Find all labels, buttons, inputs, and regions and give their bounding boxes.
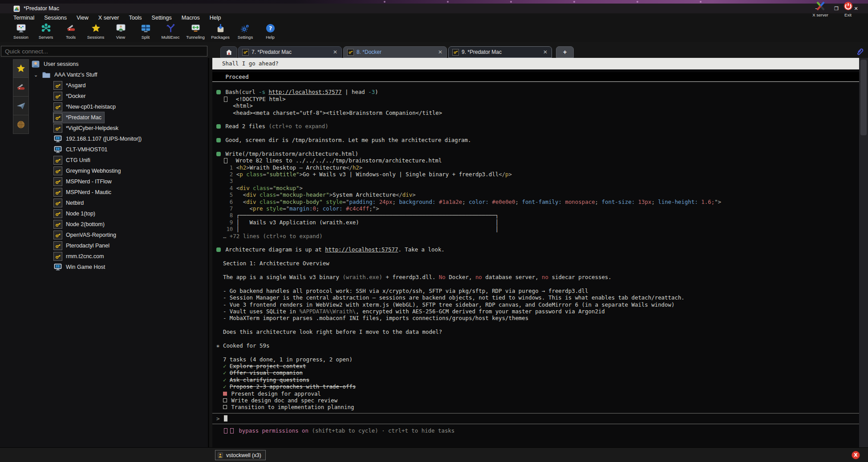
rail-swiss-knife-icon[interactable] (13, 78, 29, 97)
toolbar-multiexec-button[interactable]: MultiExec (158, 22, 183, 42)
toolbar-tunneling-button[interactable]: Tunneling (183, 22, 208, 42)
text-segment: #1a1a2e (439, 199, 462, 205)
toolbar-x-server-button[interactable]: X server (807, 0, 834, 17)
tab-close-icon[interactable]: ✕ (438, 49, 442, 55)
session-item-new-cp01-heistacp[interactable]: *New-cp01-heistacp (28, 101, 207, 112)
toolbar-packages-button[interactable]: Packages (208, 22, 233, 42)
new-tab-button[interactable]: + (556, 46, 574, 58)
menu-help[interactable]: Help (205, 13, 226, 22)
menu-x-server[interactable]: X server (93, 13, 124, 22)
session-item-ctg-unifi[interactable]: CTG Unifi (28, 155, 207, 166)
text-segment: - Vue 3 frontend renders in WebView2 wit… (216, 301, 674, 308)
text-segment: 9 (216, 219, 236, 226)
text-segment: No (439, 274, 446, 280)
text-segment: - MobaXTerm importer parses .mobaconf IN… (216, 315, 528, 321)
session-item-clt-vmhost01[interactable]: CLT-VMHOST01 (28, 144, 207, 155)
terminal-line: ✳ Cooked for 59s (212, 342, 859, 349)
session-item-predator-mac[interactable]: *Predator Mac (28, 112, 207, 123)
session-item-docker[interactable]: *Docker (28, 91, 207, 101)
toolbar-label: MultiExec (161, 35, 179, 40)
terminal-output[interactable]: Shall I go ahead? Proceed Bash(curl -s h… (212, 58, 859, 447)
paperclip-icon[interactable] (855, 47, 864, 57)
rail-paper-plane-icon[interactable] (13, 97, 29, 115)
session-item-openvas-reporting[interactable]: OpenVAS-Reporting (28, 230, 207, 240)
tab-7-predator-mac[interactable]: 7. *Predator Mac✕ (238, 46, 342, 58)
session-item-greyming-webhosting[interactable]: Greyming Webhosting (28, 166, 207, 176)
rail-globe-icon[interactable] (13, 115, 29, 134)
session-label: AAA Vantz's Stuff (54, 72, 97, 78)
notification-close-icon[interactable]: X (852, 451, 860, 459)
terminal-line: - Session Manager is the central abstrac… (212, 294, 859, 301)
tab-9-predator-mac[interactable]: 9. *Predator Mac✕ (448, 46, 552, 58)
session-item-mspnerd-itflow[interactable]: MSPNerd - ITFlow (28, 176, 207, 187)
toolbar-sessions-button[interactable]: Sessions (83, 22, 108, 42)
session-item-netbird[interactable]: Netbird (28, 198, 207, 208)
session-item-win-game-host[interactable]: Win Game Host (28, 262, 207, 272)
chevron-down-icon[interactable]: ⌄ (34, 72, 40, 78)
terminal-line: 8 ┌─────────────────────────────────────… (212, 212, 859, 219)
scrollbar-thumb[interactable] (860, 60, 867, 135)
toolbar-tools-button[interactable]: Tools (58, 22, 83, 42)
toolbar-settings-button[interactable]: Settings (233, 22, 258, 42)
session-item-192-168-1-107-ups-monitor[interactable]: 192.168.1.107 ([UPS-Monitor]) (28, 134, 207, 144)
proceed-option[interactable]: Proceed (212, 72, 859, 82)
menu-macros[interactable]: Macros (177, 13, 205, 22)
text-segment (376, 199, 379, 205)
mobaxterm-window: *Predator Mac ─❐✕ TerminalSessionsViewX … (0, 0, 868, 462)
session-item-pterodactyl-panel[interactable]: Pterodactyl Panel (28, 240, 207, 251)
tab-8-docker[interactable]: 8. *Docker✕ (343, 46, 447, 58)
session-item-aaa-vantz-s-stuff[interactable]: ⌄AAA Vantz's Stuff (28, 69, 207, 80)
folder-icon (42, 70, 51, 79)
rail-star-icon[interactable] (13, 59, 29, 78)
x-server-icon (815, 1, 826, 11)
terminal-prompt[interactable]: > (212, 413, 859, 424)
toolbar-help-button[interactable]: ?Help (258, 22, 283, 42)
session-item-node-1-top[interactable]: Node 1(top) (28, 208, 207, 219)
text-segment: 7 (216, 205, 236, 212)
menu-sessions[interactable]: Sessions (39, 13, 72, 22)
text-segment: > (300, 185, 303, 191)
menu-settings[interactable]: Settings (147, 13, 177, 22)
terminal-line: The app is a single Wails v3 binary (wra… (212, 274, 859, 280)
terminal-line: Architecture diagram is up at http://loc… (212, 246, 859, 253)
session-label: Node 2(bottom) (66, 221, 105, 227)
menu-tools[interactable]: Tools (124, 13, 146, 22)
text-segment: ; (462, 199, 469, 205)
text-segment: . Take a look. (398, 246, 444, 253)
key-icon (53, 92, 62, 101)
text-segment: , encrypted with AES-256-GCM derived fro… (356, 308, 605, 315)
toolbar-exit-button[interactable]: Exit (834, 0, 862, 17)
text-segment (216, 96, 223, 102)
toolbar-split-button[interactable]: Split (133, 22, 158, 42)
session-item-rmm-t2cnc-com[interactable]: rmm.t2cnc.com (28, 251, 207, 262)
session-item-mspnerd-mautic[interactable]: MSPNerd - Mautic (28, 187, 207, 198)
tab-close-icon[interactable]: ✕ (333, 49, 337, 55)
session-item-asgard[interactable]: *Asgard (28, 80, 207, 91)
menu-terminal[interactable]: Terminal (8, 13, 39, 22)
text-segment: (shift+tab to cycle) (312, 427, 378, 434)
session-item-user-sessions[interactable]: User sessions (28, 59, 207, 69)
session-tree: User sessions⌄AAA Vantz's Stuff*Asgard*D… (28, 59, 207, 272)
text-segment: Go + Wails v3 | Windows-only | Single bi… (303, 171, 499, 178)
multiexec-arrows-icon (166, 23, 176, 33)
toolbar-view-button[interactable]: View (108, 22, 133, 42)
session-label: *New-cp01-heistacp (66, 104, 116, 110)
terminal-line: 2 <p class="subtitle">Go + Wails v3 | Wi… (212, 171, 859, 178)
terminal-scrollbar[interactable] (859, 58, 868, 447)
tab-close-icon[interactable]: ✕ (543, 49, 548, 55)
quick-connect-input[interactable] (1, 46, 207, 57)
package-download-icon (215, 23, 226, 33)
toolbar-servers-button[interactable]: Servers (33, 22, 58, 42)
tab-home[interactable] (220, 46, 237, 58)
terminal-line (212, 280, 859, 287)
session-item-vigilcyber-helpdesk[interactable]: *VigilCyber-Helpdesk (28, 123, 207, 134)
menu-view[interactable]: View (72, 13, 93, 22)
menu-bar: TerminalSessionsViewX serverToolsSetting… (0, 13, 868, 22)
text-segment (216, 404, 223, 410)
toolbar-session-button[interactable]: Session (8, 22, 33, 42)
session-item-node-2-bottom[interactable]: Node 2(bottom) (28, 219, 207, 230)
session-user-button[interactable]: vstockwell (x3) (215, 450, 266, 460)
text-segment: > (412, 191, 415, 198)
terminal-line (212, 253, 859, 260)
terminal-line: - Vue 3 frontend renders in WebView2 wit… (212, 301, 859, 308)
